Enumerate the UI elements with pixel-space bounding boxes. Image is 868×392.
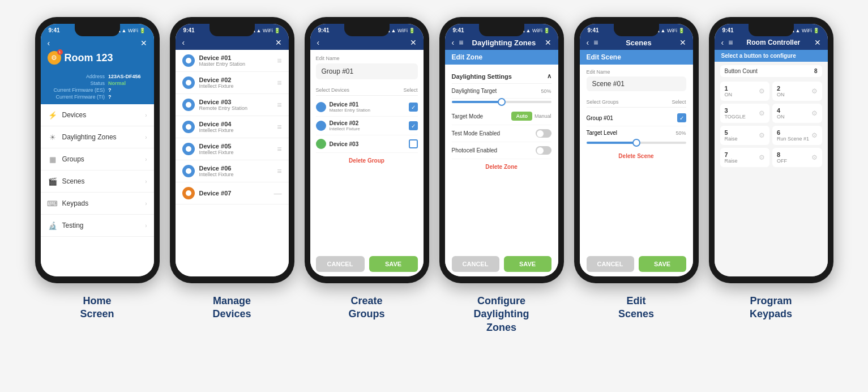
menu-icon-4[interactable]: ≡ (459, 38, 463, 47)
gear-icon-btn-5[interactable]: ⚙ (759, 131, 765, 139)
gear-icon-btn-6[interactable]: ⚙ (811, 131, 818, 139)
keypad-btn-2[interactable]: 2 ON ⚙ (772, 82, 822, 101)
group-device-1[interactable]: Device #01 Master Entry Station ✓ (316, 98, 418, 117)
keypad-btn-7[interactable]: 7 Raise ⚙ (720, 148, 770, 167)
group-name-input[interactable]: Group #01 (316, 63, 418, 79)
collapse-icon-4[interactable]: ∧ (547, 73, 551, 80)
device-item-2[interactable]: Device #02 Intellect Fixture ≡ (176, 72, 289, 94)
group-check[interactable]: ✓ (677, 113, 686, 122)
back-icon-4[interactable]: ‹ (452, 38, 455, 47)
select-groups-label: Select Groups (587, 99, 619, 105)
check-3[interactable] (409, 139, 418, 148)
photocell-toggle[interactable] (536, 146, 551, 155)
target-slider-fill (452, 101, 502, 103)
cancel-button-3[interactable]: CANCEL (316, 256, 365, 272)
scenes-title: Scenes (602, 39, 674, 47)
keypad-btn-3[interactable]: 3 TOGGLE ⚙ (720, 104, 770, 123)
handle-icon-1[interactable]: ≡ (277, 56, 281, 65)
delete-zone-btn[interactable]: Delete Zone (452, 159, 551, 174)
btn-num-4: 4 (777, 107, 811, 114)
back-icon-1[interactable]: ‹ (48, 39, 50, 48)
cancel-button-5[interactable]: CANCEL (587, 256, 634, 272)
delete-group-btn[interactable]: Delete Group (316, 153, 418, 168)
manual-button[interactable]: Manual (535, 113, 551, 119)
keypad-btn-5[interactable]: 5 Raise ⚙ (720, 126, 770, 145)
btn-label-2: ON (777, 92, 811, 97)
time-2: 9:41 (183, 27, 195, 33)
handle-icon-2[interactable]: ≡ (277, 78, 281, 87)
handle-icon-5[interactable]: ≡ (277, 144, 281, 154)
save-button-4[interactable]: SAVE (504, 256, 551, 272)
group-device-3[interactable]: Device #03 (316, 135, 418, 153)
target-slider-thumb[interactable] (498, 98, 506, 106)
close-icon-6[interactable]: ✕ (814, 38, 821, 47)
target-slider-track[interactable] (452, 101, 551, 103)
handle-icon-6[interactable]: ≡ (277, 167, 281, 176)
close-icon-4[interactable]: ✕ (545, 38, 551, 47)
scene-slider-thumb[interactable] (632, 139, 640, 147)
menu-icon-5[interactable]: ≡ (593, 38, 598, 47)
btn-num-5: 5 (725, 129, 759, 136)
chevron-right-testing: › (145, 223, 147, 229)
save-button-5[interactable]: SAVE (639, 256, 686, 272)
device-name-1: Device #01 (199, 54, 273, 61)
room-title: Room 123 (65, 52, 113, 64)
handle-icon-3[interactable]: ≡ (277, 100, 281, 109)
gear-icon-btn-4[interactable]: ⚙ (811, 109, 818, 117)
back-icon-3[interactable]: ‹ (317, 38, 320, 47)
gear-icon-btn-2[interactable]: ⚙ (811, 87, 818, 95)
back-icon-6[interactable]: ‹ (721, 38, 724, 47)
keypad-btn-1[interactable]: 1 ON ⚙ (720, 82, 770, 101)
device-item-1[interactable]: Device #01 Master Entry Station ≡ (176, 50, 289, 72)
close-icon-3[interactable]: ✕ (410, 38, 417, 47)
test-mode-toggle[interactable] (536, 129, 551, 138)
gear-icon-btn-3[interactable]: ⚙ (759, 109, 765, 117)
keypad-btn-4[interactable]: 4 ON ⚙ (772, 104, 822, 123)
close-icon-5[interactable]: ✕ (679, 38, 686, 47)
check-2[interactable]: ✓ (409, 121, 418, 130)
back-icon-5[interactable]: ‹ (587, 38, 589, 47)
scene-slider-track[interactable] (587, 142, 686, 144)
nav-item-daylighting[interactable]: ☀ Daylighting Zones › (41, 126, 154, 148)
keypad-btn-6[interactable]: 6 Run Scene #1 ⚙ (772, 126, 822, 145)
device-dot-2 (182, 76, 195, 89)
gear-icon-btn-7[interactable]: ⚙ (759, 154, 765, 161)
close-icon-2[interactable]: ✕ (275, 38, 282, 47)
device-item-3[interactable]: Device #03 Remote Entry Station ≡ (176, 94, 289, 116)
device-info-2: Device #02 Intellect Fixture (199, 76, 273, 89)
device-item-5[interactable]: Device #05 Intellect Fixture ≡ (176, 138, 289, 160)
device-type-4: Intellect Fixture (199, 127, 273, 133)
save-button-3[interactable]: SAVE (369, 256, 418, 272)
nav-item-devices[interactable]: ⚡ Devices › (41, 104, 154, 126)
gear-icon-btn-1[interactable]: ⚙ (759, 87, 765, 95)
device-item-6[interactable]: Device #06 Intellect Fixture ≡ (176, 160, 289, 182)
check-1[interactable]: ✓ (409, 103, 418, 112)
delete-scene-btn[interactable]: Delete Scene (587, 148, 686, 164)
device-item-7[interactable]: Device #07 — (176, 182, 289, 204)
group-row-1[interactable]: Group #01 ✓ (587, 110, 686, 126)
handle-icon-4[interactable]: ≡ (277, 122, 281, 131)
back-icon-2[interactable]: ‹ (182, 38, 185, 47)
keypad-btn-8[interactable]: 8 OFF ⚙ (772, 148, 822, 167)
auto-button[interactable]: Auto (511, 112, 532, 121)
close-icon-1[interactable]: ✕ (140, 39, 147, 48)
scene-name-input[interactable]: Scene #01 (587, 76, 686, 91)
handle-icon-7[interactable]: — (274, 189, 282, 198)
scene-action-buttons: CANCEL SAVE (580, 252, 693, 276)
daylighting-settings-section: Daylighting Settings ∧ (452, 69, 551, 84)
nav-item-keypads[interactable]: ⌨ Keypads › (41, 193, 154, 215)
menu-icon-6[interactable]: ≡ (728, 38, 733, 47)
device-item-4[interactable]: Device #04 Intellect Fixture ≡ (176, 116, 289, 138)
gear-icon-1[interactable]: ⚙ 1 (48, 51, 61, 65)
button-count-row: Button Count 8 (720, 65, 822, 77)
nav-item-scenes[interactable]: 🎬 Scenes › (41, 171, 154, 193)
group-device-sub-2: Intellect Fixture (330, 126, 405, 131)
groups-icon: ▦ (48, 154, 58, 164)
cancel-button-4[interactable]: CANCEL (452, 256, 499, 272)
nav-item-groups[interactable]: ▦ Groups › (41, 148, 154, 171)
group-device-2[interactable]: Device #02 Intellect Fixture ✓ (316, 117, 418, 135)
gear-icon-btn-8[interactable]: ⚙ (811, 154, 818, 161)
screen-2: 9:41 ▲▲▲ WiFi 🔋 ‹ ✕ Device #01 Master En… (176, 24, 289, 276)
notch-3 (344, 24, 390, 36)
nav-item-testing[interactable]: 🔬 Testing › (41, 215, 154, 237)
